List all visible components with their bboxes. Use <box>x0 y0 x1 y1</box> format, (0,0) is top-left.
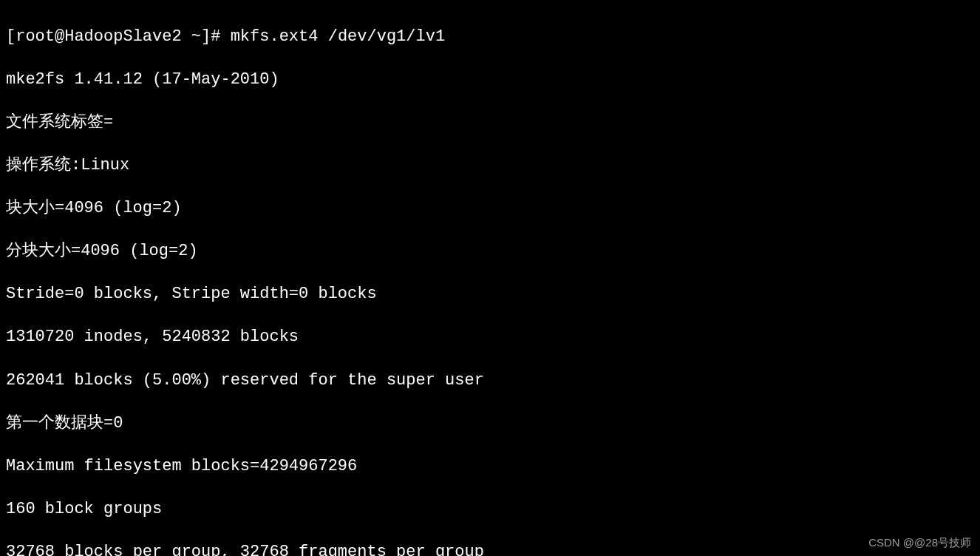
command-line-1: [root@HadoopSlave2 ~]# mkfs.ext4 /dev/vg… <box>6 26 974 47</box>
output-line: 32768 blocks per group, 32768 fragments … <box>6 541 974 556</box>
output-line: 1310720 inodes, 5240832 blocks <box>6 326 974 348</box>
output-line: 文件系统标签= <box>6 112 974 133</box>
output-line: 块大小=4096 (log=2) <box>6 197 974 219</box>
output-line: Maximum filesystem blocks=4294967296 <box>6 455 974 477</box>
output-line: 160 block groups <box>6 498 974 520</box>
output-line: 262041 blocks (5.00%) reserved for the s… <box>6 370 974 391</box>
command-text: mkfs.ext4 /dev/vg1/lv1 <box>231 27 445 46</box>
output-line: Stride=0 blocks, Stripe width=0 blocks <box>6 283 974 305</box>
output-line: 操作系统:Linux <box>6 155 974 176</box>
watermark: CSDN @@28号技师 <box>868 535 971 550</box>
output-line: 第一个数据块=0 <box>6 413 974 434</box>
prompt: [root@HadoopSlave2 ~]# <box>6 27 231 46</box>
output-line: 分块大小=4096 (log=2) <box>6 240 974 262</box>
terminal-output[interactable]: [root@HadoopSlave2 ~]# mkfs.ext4 /dev/vg… <box>6 4 974 556</box>
output-line: mke2fs 1.41.12 (17-May-2010) <box>6 69 974 90</box>
